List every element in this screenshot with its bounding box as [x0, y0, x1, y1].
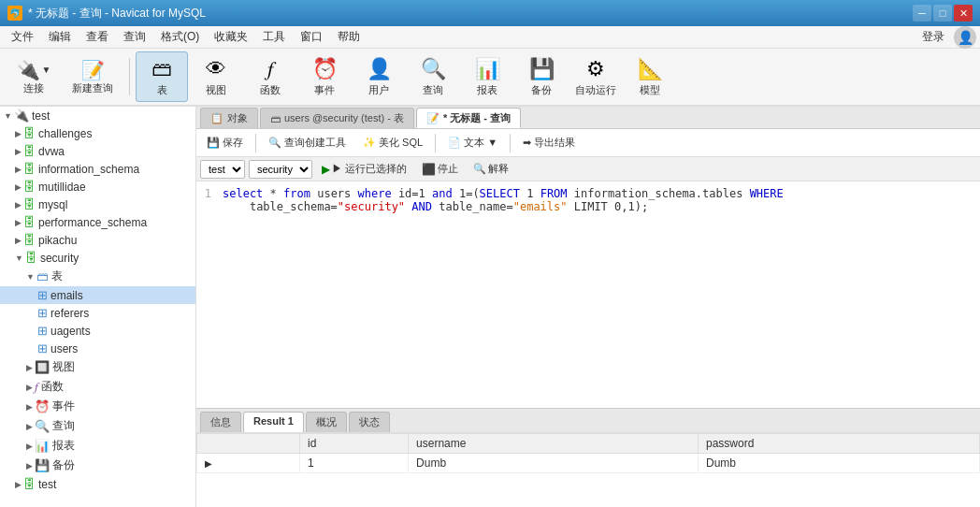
- sidebar-backups-group[interactable]: ▶ 💾 备份: [0, 456, 195, 475]
- toolbar-table[interactable]: 🗃 表: [136, 51, 188, 102]
- user-avatar[interactable]: 👤: [954, 26, 976, 49]
- export-icon: ➡: [523, 137, 531, 149]
- run-icon: ▶: [322, 163, 330, 176]
- toolbar2-separator: [255, 134, 256, 152]
- sidebar-db-challenges[interactable]: ▶ 🗄 challenges: [0, 124, 195, 142]
- menu-favorites[interactable]: 收藏夹: [207, 27, 255, 47]
- explain-button[interactable]: 🔍 解释: [468, 160, 514, 178]
- toolbar-model[interactable]: 📐 模型: [624, 51, 676, 102]
- querybar: test security ▶ ▶ 运行已选择的 ⬛ 停止 🔍 解释: [196, 157, 980, 181]
- menu-window[interactable]: 窗口: [293, 27, 330, 47]
- toolbar-query[interactable]: 🔍 查询: [407, 51, 459, 102]
- close-button[interactable]: ✕: [954, 5, 973, 22]
- text-button[interactable]: 📄 文本 ▼: [441, 133, 504, 152]
- stop-button[interactable]: ⬛ 停止: [416, 160, 464, 178]
- sidebar-db-mutillidae[interactable]: ▶ 🗄 mutillidae: [0, 178, 195, 196]
- sidebar-db-test[interactable]: ▶ 🗄 test: [0, 475, 195, 493]
- menubar: 文件 编辑 查看 查询 格式(O) 收藏夹 工具 窗口 帮助 登录 👤: [0, 26, 980, 49]
- sidebar-table-uagents[interactable]: ⊞ uagents: [0, 322, 195, 340]
- toolbar-view[interactable]: 👁 视图: [190, 51, 242, 102]
- schema-select[interactable]: security: [249, 160, 312, 179]
- sidebar-root[interactable]: ▼ 🔌 test: [0, 107, 195, 124]
- btab-result1[interactable]: Result 1: [243, 412, 304, 432]
- toolbar-user[interactable]: 👤 用户: [353, 51, 405, 102]
- connect-label: 连接: [23, 81, 44, 95]
- save-icon: 💾: [207, 137, 220, 149]
- sidebar-db-performance-schema[interactable]: ▶ 🗄 performance_schema: [0, 213, 195, 231]
- tab-users-table[interactable]: 🗃 users @security (test) - 表: [260, 108, 414, 128]
- menu-help[interactable]: 帮助: [330, 27, 368, 47]
- sidebar: ▼ 🔌 test ▶ 🗄 challenges ▶ 🗄 dvwa ▶ 🗄 inf…: [0, 107, 196, 507]
- line-numbers: 1: [200, 187, 223, 402]
- toolbar-event[interactable]: ⏰ 事件: [298, 51, 351, 102]
- col-password: password: [698, 434, 979, 454]
- btab-info[interactable]: 信息: [200, 412, 241, 432]
- results-table: id username password ▶ 1 Dumb Dumb: [196, 432, 980, 507]
- new-query-button[interactable]: 📝 新建查询: [62, 59, 123, 95]
- cell-password: Dumb: [698, 454, 979, 473]
- btab-status[interactable]: 状态: [349, 412, 390, 432]
- query-builder-button[interactable]: 🔍 查询创建工具: [262, 133, 353, 152]
- sidebar-table-emails[interactable]: ⊞ emails: [0, 286, 195, 304]
- titlebar: 🐬 * 无标题 - 查询 - Navicat for MySQL ─ □ ✕: [0, 0, 980, 26]
- sidebar-table-referers[interactable]: ⊞ referers: [0, 304, 195, 322]
- sql-editor[interactable]: 1 select * from users where id=1 and 1=(…: [196, 181, 980, 408]
- sidebar-db-information-schema[interactable]: ▶ 🗄 information_schema: [0, 160, 195, 178]
- db-select[interactable]: test: [200, 160, 245, 179]
- toolbar-autorun[interactable]: ⚙ 自动运行: [569, 51, 622, 102]
- login-button[interactable]: 登录: [913, 27, 954, 47]
- tab-users-icon: 🗃: [270, 113, 281, 124]
- app-icon: 🐬: [7, 6, 22, 21]
- toolbar2-separator2: [435, 134, 436, 152]
- tab-object[interactable]: 📋 对象: [200, 108, 258, 128]
- export-results-button[interactable]: ➡ 导出结果: [516, 133, 582, 152]
- row-indicator: ▶: [197, 454, 300, 473]
- table-row[interactable]: ▶ 1 Dumb Dumb: [197, 454, 980, 473]
- menu-format[interactable]: 格式(O): [153, 27, 207, 47]
- beautify-icon: ✨: [363, 137, 376, 149]
- sidebar-table-users[interactable]: ⊞ users: [0, 340, 195, 357]
- btab-overview[interactable]: 概况: [306, 412, 347, 432]
- col-arrow: [197, 434, 300, 454]
- menu-query[interactable]: 查询: [116, 27, 153, 47]
- tabbar: 📋 对象 🗃 users @security (test) - 表 📝 * 无标…: [196, 107, 980, 129]
- tab-query[interactable]: 📝 * 无标题 - 查询: [416, 108, 521, 128]
- sql-code[interactable]: select * from users where id=1 and 1=(SE…: [223, 187, 976, 402]
- titlebar-buttons: ─ □ ✕: [913, 5, 973, 22]
- toolbar-function[interactable]: 𝑓 函数: [244, 51, 296, 102]
- content-area: 📋 对象 🗃 users @security (test) - 表 📝 * 无标…: [196, 107, 980, 507]
- sidebar-db-pikachu[interactable]: ▶ 🗄 pikachu: [0, 231, 195, 249]
- sidebar-db-security[interactable]: ▼ 🗄 security: [0, 249, 195, 267]
- menu-view[interactable]: 查看: [79, 27, 116, 47]
- menu-edit[interactable]: 编辑: [41, 27, 79, 47]
- minimize-button[interactable]: ─: [913, 5, 931, 22]
- sidebar-queries-group[interactable]: ▶ 🔍 查询: [0, 416, 195, 436]
- col-id: id: [300, 434, 409, 454]
- toolbar-backup[interactable]: 💾 备份: [515, 51, 568, 102]
- query-builder-icon: 🔍: [268, 137, 281, 149]
- maximize-button[interactable]: □: [933, 5, 952, 22]
- tab-object-icon: 📋: [210, 112, 223, 124]
- sidebar-db-mysql[interactable]: ▶ 🗄 mysql: [0, 196, 195, 213]
- menu-tools[interactable]: 工具: [255, 27, 293, 47]
- explain-icon: 🔍: [473, 163, 486, 175]
- new-query-label: 新建查询: [72, 81, 113, 95]
- save-button[interactable]: 💾 保存: [200, 133, 250, 152]
- sidebar-views-group[interactable]: ▶ 🔲 视图: [0, 357, 195, 377]
- stop-icon: ⬛: [422, 163, 436, 176]
- sidebar-tables-group[interactable]: ▼ 🗃 表: [0, 267, 195, 286]
- toolbar-report[interactable]: 📊 报表: [461, 51, 513, 102]
- sidebar-events-group[interactable]: ▶ ⏰ 事件: [0, 397, 195, 416]
- bottom-tabs: 信息 Result 1 概况 状态: [196, 408, 980, 432]
- toolbar2-separator3: [510, 134, 511, 152]
- beautify-sql-button[interactable]: ✨ 美化 SQL: [356, 133, 429, 152]
- run-selected-button[interactable]: ▶ ▶ 运行已选择的: [316, 160, 412, 178]
- sidebar-db-dvwa[interactable]: ▶ 🗄 dvwa: [0, 142, 195, 160]
- titlebar-title: * 无标题 - 查询 - Navicat for MySQL: [28, 6, 913, 22]
- cell-username: Dumb: [409, 454, 699, 473]
- menu-file[interactable]: 文件: [4, 27, 41, 47]
- sidebar-funcs-group[interactable]: ▶ 𝑓 函数: [0, 377, 195, 397]
- sidebar-reports-group[interactable]: ▶ 📊 报表: [0, 436, 195, 456]
- connect-button[interactable]: 🔌 ▼ 连接: [7, 59, 60, 95]
- col-username: username: [409, 434, 699, 454]
